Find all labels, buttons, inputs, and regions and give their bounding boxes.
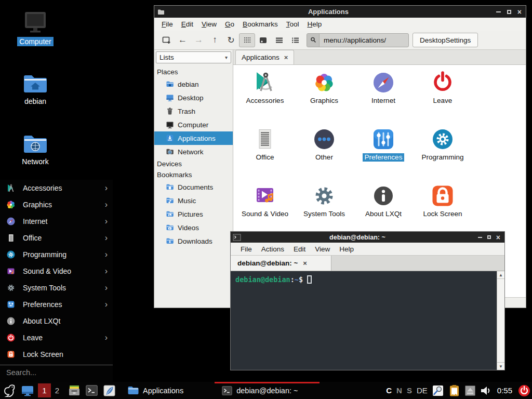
reload-button[interactable]: ↻ bbox=[223, 33, 239, 47]
menu-edit[interactable]: Edit bbox=[177, 19, 197, 29]
menu-item-graphics[interactable]: Graphics › bbox=[0, 196, 113, 213]
close-icon[interactable]: × bbox=[517, 9, 522, 15]
terminal-titlebar[interactable]: debian@debian: ~ × bbox=[231, 232, 504, 243]
menu-view[interactable]: View bbox=[197, 19, 221, 29]
minimize-icon[interactable] bbox=[478, 237, 482, 238]
task-applications[interactable]: Applications bbox=[123, 382, 188, 399]
clock[interactable]: 0:55 bbox=[497, 386, 512, 395]
grid-item-other[interactable]: Other bbox=[295, 125, 354, 181]
maximize-icon[interactable] bbox=[507, 10, 511, 14]
menu-file[interactable]: File bbox=[157, 19, 177, 29]
eject-tray-icon[interactable] bbox=[465, 385, 475, 396]
scroll-lock-indicator[interactable]: S bbox=[407, 386, 412, 395]
menu-item-preferences[interactable]: Preferences › bbox=[0, 296, 113, 313]
menu-actions[interactable]: Actions bbox=[257, 244, 289, 254]
compact-view-button[interactable] bbox=[287, 33, 303, 47]
close-icon[interactable]: × bbox=[496, 235, 500, 240]
desktop-icon-network[interactable]: Network bbox=[7, 133, 63, 166]
clipboard-tray-icon[interactable] bbox=[448, 384, 460, 397]
workspace-2-button[interactable]: 2 bbox=[53, 386, 61, 395]
menu-tool[interactable]: Tool bbox=[282, 19, 303, 29]
menu-view[interactable]: View bbox=[310, 244, 335, 254]
screenshot-tray-icon[interactable] bbox=[432, 385, 444, 396]
address-bar[interactable]: menu://applications/ bbox=[307, 33, 409, 47]
caps-lock-indicator[interactable]: C bbox=[386, 386, 392, 395]
power-button[interactable] bbox=[518, 384, 530, 397]
grid-item-system-tools[interactable]: System Tools bbox=[295, 181, 354, 238]
grid-item-sound-video[interactable]: Sound & Video bbox=[235, 181, 295, 238]
tab-close-icon[interactable]: × bbox=[284, 54, 288, 61]
desktop-icon-computer[interactable]: Computer bbox=[7, 10, 63, 46]
menu-item-leave[interactable]: Leave › bbox=[0, 329, 113, 346]
file-manager-launcher[interactable] bbox=[68, 384, 81, 396]
menu-item-system-tools[interactable]: System Tools › bbox=[0, 280, 113, 296]
grid-item-leave[interactable]: Leave bbox=[413, 68, 472, 125]
tab-close-icon[interactable]: × bbox=[303, 259, 307, 267]
task-terminal[interactable]: debian@debian: ~ bbox=[215, 382, 320, 399]
menu-item-about-lxqt[interactable]: About LXQt bbox=[0, 313, 113, 329]
grid-item-accessories[interactable]: Accessories bbox=[235, 68, 295, 125]
grid-item-office[interactable]: Office bbox=[235, 125, 295, 181]
sidebar-item-documents[interactable]: Documents bbox=[154, 180, 233, 194]
grid-item-about-lxqt[interactable]: About LXQt bbox=[354, 181, 413, 238]
forward-button[interactable]: → bbox=[191, 33, 207, 47]
menu-go[interactable]: Go bbox=[221, 19, 238, 29]
sidebar-item-debian[interactable]: debian bbox=[154, 77, 233, 91]
menu-bookmarks[interactable]: Bookmarks bbox=[238, 19, 282, 29]
file-manager-titlebar[interactable]: Applications × bbox=[154, 6, 526, 18]
sidebar-item-computer[interactable]: Computer bbox=[154, 118, 233, 131]
desktop-icon-debian[interactable]: debian bbox=[7, 73, 63, 106]
back-button[interactable]: ← bbox=[175, 33, 191, 47]
sidebar-item-network[interactable]: Network bbox=[154, 145, 233, 158]
menu-item-sound-video[interactable]: Sound & Video › bbox=[0, 263, 113, 280]
menu-item-accessories[interactable]: Accessories › bbox=[0, 180, 113, 196]
menu-edit[interactable]: Edit bbox=[289, 244, 310, 254]
grid-item-lock-screen[interactable]: Lock Screen bbox=[413, 181, 472, 238]
scroll-down-icon[interactable]: ▼ bbox=[497, 362, 504, 370]
desktop-settings-button[interactable]: DesktopSettings bbox=[413, 33, 478, 47]
scroll-up-icon[interactable]: ▲ bbox=[497, 271, 504, 279]
menu-search-input[interactable]: Search... bbox=[0, 365, 113, 380]
grid-item-internet[interactable]: Internet bbox=[354, 68, 413, 125]
sidebar-item-pictures[interactable]: Pictures bbox=[154, 207, 233, 221]
sidebar-item-videos[interactable]: Videos bbox=[154, 221, 233, 234]
thumbnail-view-button[interactable] bbox=[255, 33, 271, 47]
menu-item-internet[interactable]: Internet › bbox=[0, 213, 113, 230]
minimize-icon[interactable] bbox=[496, 11, 501, 12]
menu-item-programming[interactable]: Programming › bbox=[0, 246, 113, 263]
sidebar-item-desktop[interactable]: Desktop bbox=[154, 91, 233, 104]
grid-item-programming[interactable]: Programming bbox=[413, 125, 472, 181]
maximize-icon[interactable] bbox=[487, 235, 491, 239]
sidebar-item-trash[interactable]: Trash bbox=[154, 104, 233, 118]
menu-item-office[interactable]: Office › bbox=[0, 230, 113, 246]
menu-file[interactable]: File bbox=[236, 244, 257, 254]
detailed-list-button[interactable] bbox=[271, 33, 287, 47]
text-editor-launcher[interactable] bbox=[103, 385, 115, 396]
sidebar-mode-combo[interactable]: Lists ▾ bbox=[156, 51, 231, 63]
sidebar-item-downloads[interactable]: Downloads bbox=[154, 234, 233, 248]
new-tab-button[interactable] bbox=[158, 33, 175, 47]
terminal-window: debian@debian: ~ × File Actions Edit Vie… bbox=[230, 231, 505, 370]
workspace-1-button[interactable]: 1 bbox=[38, 383, 51, 397]
grid-item-graphics[interactable]: Graphics bbox=[295, 68, 354, 125]
sidebar-item-applications[interactable]: Applications bbox=[154, 131, 233, 145]
lock-screen-icon bbox=[6, 350, 16, 359]
menu-item-lock-screen[interactable]: Lock Screen bbox=[0, 346, 113, 363]
tab-applications[interactable]: Applications × bbox=[235, 50, 294, 64]
volume-tray-icon[interactable] bbox=[480, 385, 491, 396]
up-button[interactable]: ↑ bbox=[207, 33, 223, 47]
show-desktop-button[interactable] bbox=[21, 385, 34, 396]
keyboard-layout-indicator[interactable]: DE bbox=[417, 386, 428, 395]
icon-view-button[interactable] bbox=[239, 33, 255, 47]
terminal-body[interactable]: debian@debian:~$ ▲ ▼ bbox=[231, 271, 504, 370]
prompt-path: ~ bbox=[295, 275, 299, 284]
num-lock-indicator[interactable]: N bbox=[396, 386, 402, 395]
grid-item-preferences[interactable]: Preferences bbox=[354, 125, 413, 181]
scrollbar[interactable]: ▲ ▼ bbox=[497, 271, 504, 370]
terminal-tab[interactable]: debian@debian: ~ × bbox=[231, 256, 331, 271]
menu-help[interactable]: Help bbox=[335, 244, 358, 254]
sidebar-item-music[interactable]: Music bbox=[154, 194, 233, 207]
terminal-launcher[interactable] bbox=[86, 385, 98, 396]
main-menu-button[interactable] bbox=[3, 384, 16, 397]
menu-help[interactable]: Help bbox=[303, 19, 326, 29]
